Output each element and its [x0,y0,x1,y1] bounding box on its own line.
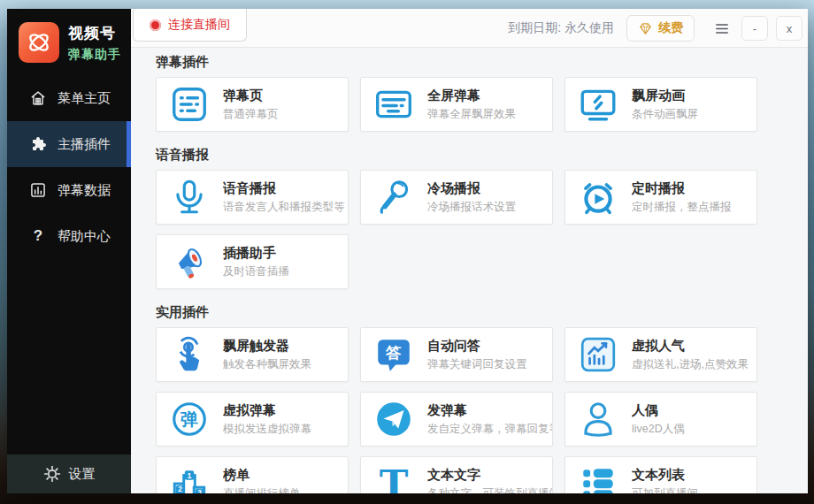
card-subtitle: 语音发言人和播报类型等 [223,201,345,214]
card-ranking[interactable]: 1 2 3 榜单 直播间排行榜单 [156,456,349,493]
send-danmaku-icon [373,399,414,439]
card-subtitle: 模拟发送虚拟弹幕 [223,423,311,436]
question-glyph: ? [34,227,42,245]
section-danmaku-plugins: 弹幕插件 [156,53,808,132]
card-subtitle: live2D人偶 [632,423,685,436]
home-icon [29,89,47,107]
card-avatar[interactable]: 人偶 live2D人偶 [564,392,757,447]
section-voice-broadcast: 语音播报 语音播报 语音发言人和播报类型等 [156,146,808,289]
main-column: 连接直播间 到期日期: 永久使用 续费 [131,9,808,493]
card-interlude-assistant[interactable]: 插播助手 及时语音插播 [156,234,349,289]
card-subtitle: 各种文字，可装饰到直播间 [427,487,552,493]
renew-button[interactable]: 续费 [626,15,695,42]
plugins-panel: 弹幕插件 [131,48,808,493]
card-title: 文本文字 [427,467,552,483]
sidebar-item-home[interactable]: 菜单主页 [7,75,131,121]
card-title: 飘屏触发器 [223,338,311,354]
card-title: 飘屏动画 [632,88,698,103]
card-subtitle: 普通弹幕页 [223,108,279,121]
sidebar-item-label: 主播插件 [58,136,111,153]
hamburger-menu-button[interactable] [710,17,733,40]
card-subtitle: 可加到直播间 [632,487,698,493]
card-subtitle: 及时语音插播 [223,265,289,279]
connect-live-label: 连接直播间 [168,17,230,33]
text-list-icon [578,463,618,493]
card-title: 语音播报 [223,180,345,196]
svg-text:1: 1 [188,471,192,480]
auto-qa-icon: 答 [373,334,414,375]
card-title: 全屏弹幕 [427,88,516,103]
card-text-label[interactable]: T 文本文字 各种文字，可装饰到直播间 [360,456,553,493]
fullscreen-danmaku-icon [373,84,414,125]
sidebar-item-danmaku-data[interactable]: 弹幕数据 [7,167,131,213]
expiry-date-text: 到期日期: 永久使用 [508,20,614,36]
close-button[interactable]: x [776,16,802,41]
question-mark-icon: ? [29,227,47,245]
svg-text:3: 3 [197,488,202,493]
card-subtitle: 触发各种飘屏效果 [223,358,311,371]
sidebar-item-plugins[interactable]: 主播插件 [7,121,131,167]
card-cold-broadcast[interactable]: 冷场播报 冷场播报话术设置 [360,170,553,225]
svg-text:T: T [380,463,409,493]
card-title: 文本列表 [632,467,698,483]
minimize-button[interactable]: - [741,16,768,41]
channels-logo-icon [19,22,59,63]
card-voice-broadcast[interactable]: 语音播报 语音发言人和播报类型等 [156,170,349,225]
card-title: 榜单 [223,467,301,483]
card-send-danmaku[interactable]: 发弹幕 发自定义弹幕，弹幕回复等 [360,392,553,447]
card-title: 虚拟人气 [632,338,749,354]
card-virtual-danmaku[interactable]: 弹 虚拟弹幕 模拟发送虚拟弹幕 [156,392,349,447]
sidebar-item-settings[interactable]: 设置 [7,454,131,493]
sidebar-item-help[interactable]: ? 帮助中心 [7,213,131,259]
gear-icon [43,465,61,483]
card-fullscreen-danmaku[interactable]: 全屏弹幕 弹幕全屏飘屏效果 [360,77,553,132]
app-subtitle: 弹幕助手 [68,47,121,63]
sidebar-item-label: 弹幕数据 [58,182,111,199]
card-subtitle: 弹幕全屏飘屏效果 [427,108,516,121]
connect-live-button[interactable]: 连接直播间 [133,9,247,42]
record-dot-icon [150,19,161,31]
card-virtual-popularity[interactable]: 虚拟人气 虚拟送礼,进场,点赞效果 [564,327,757,382]
card-title: 发弹幕 [427,402,552,418]
ranking-icon: 1 2 3 [169,463,210,493]
section-utility-plugins: 实用插件 飘屏触发器 触发各种飘屏效果 [156,303,808,493]
virtual-danmaku-icon: 弹 [169,399,210,439]
diamond-icon [638,21,653,36]
section-title: 弹幕插件 [156,53,808,71]
card-subtitle: 直播间排行榜单 [223,487,301,493]
card-title: 弹幕页 [223,88,279,103]
sidebar-item-label: 菜单主页 [58,90,111,107]
card-subtitle: 条件动画飘屏 [632,108,698,121]
card-title: 插播助手 [223,245,289,261]
settings-label: 设置 [69,466,96,483]
app-window: 视频号 弹幕助手 菜单主页 主播插件 [7,9,808,493]
voice-broadcast-icon [169,177,210,218]
card-subtitle: 定时播报，整点播报 [632,201,732,214]
sidebar: 视频号 弹幕助手 菜单主页 主播插件 [7,9,131,493]
svg-text:弹: 弹 [180,409,198,429]
card-title: 定时播报 [632,180,732,196]
card-text-list[interactable]: 文本列表 可加到直播间 [564,456,757,493]
cold-broadcast-icon [373,177,414,218]
card-subtitle: 冷场播报话术设置 [427,201,516,214]
card-float-trigger[interactable]: 飘屏触发器 触发各种飘屏效果 [156,327,349,382]
card-danmaku-page[interactable]: 弹幕页 普通弹幕页 [156,77,349,132]
sidebar-item-label: 帮助中心 [58,228,111,245]
card-title: 虚拟弹幕 [223,402,311,418]
svg-text:2: 2 [178,485,182,493]
app-title: 视频号 [68,23,121,43]
danmaku-page-icon [169,84,210,125]
topbar-right-group: 到期日期: 永久使用 续费 - x [508,9,808,48]
card-title: 冷场播报 [427,180,516,196]
card-subtitle: 发自定义弹幕，弹幕回复等 [427,423,552,436]
timed-broadcast-icon [578,177,618,218]
text-icon: T [373,463,414,493]
card-auto-qa[interactable]: 答 自动问答 弹幕关键词回复设置 [360,327,553,382]
puzzle-icon [29,135,47,153]
card-timed-broadcast[interactable]: 定时播报 定时播报，整点播报 [564,170,757,225]
section-title: 实用插件 [156,303,808,321]
card-title: 人偶 [632,402,685,418]
card-float-animation[interactable]: 飘屏动画 条件动画飘屏 [564,77,757,132]
avatar-icon [578,399,618,439]
bar-chart-icon [29,181,47,199]
